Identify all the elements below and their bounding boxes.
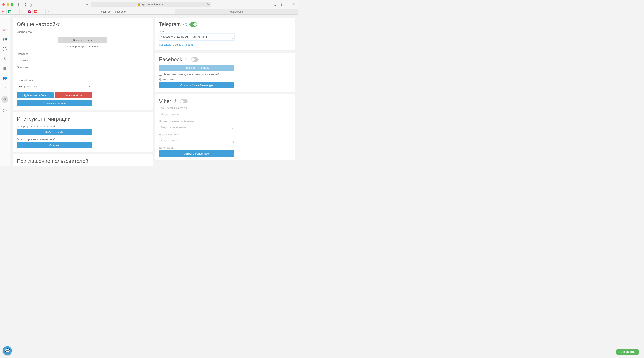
reload-icon[interactable]: ↻ (207, 3, 209, 6)
viber-token-label: Токен паблик-аккаунта (159, 106, 291, 110)
back-icon[interactable]: ← (3, 18, 7, 22)
resize-handle-icon[interactable] (232, 128, 234, 130)
privacy-shield-icon[interactable]: ⛭ (86, 3, 88, 6)
telegram-help-icon[interactable]: ? (183, 23, 187, 26)
lock-icon: 🔒 (138, 3, 140, 6)
resize-handle-icon[interactable] (232, 38, 234, 40)
back-button[interactable]: ❮ (24, 2, 27, 7)
telegram-token-input[interactable] (159, 34, 234, 40)
advanced-mode-label: Режим настроек для опытных пользователей (163, 73, 219, 76)
bookmark-app2[interactable]: A (26, 9, 32, 15)
open-messenger-button[interactable]: Открыть бота в Messenger (159, 82, 234, 88)
bookmark-sheets[interactable]: ▦ (6, 9, 13, 15)
timezone-label: Часовой пояс (17, 79, 149, 82)
close-window-button[interactable] (2, 3, 5, 6)
payments-icon[interactable]: $ (3, 57, 7, 61)
settings-icon[interactable]: ⚙ (2, 96, 8, 103)
tab-active[interactable]: Новый бот — Настройки (52, 9, 175, 15)
app-sidebar: ← 📈 📢 💬 $ ▣ 👥 ? ⚙ ⓘ (0, 15, 10, 166)
viber-token-input[interactable] (159, 111, 234, 117)
timezone-select[interactable]: Europe/Moscow ▾ (17, 83, 92, 90)
general-title: Общие настройки (17, 21, 149, 28)
forward-button[interactable]: ❯ (30, 2, 32, 7)
bookmark-app3[interactable]: › (46, 9, 52, 15)
sidebar-toggle-icon[interactable] (17, 3, 21, 6)
bookmark-app1[interactable]: ● (13, 9, 20, 15)
telegram-token-label: Токен (159, 30, 291, 33)
window-controls (2, 3, 13, 6)
main-content: Общие настройки Иконка бота Выберите фай… (10, 15, 298, 166)
bookmark-mail[interactable]: ✉ (32, 9, 39, 15)
migration-card: Инструмент миграции Импортировать пользо… (13, 112, 152, 152)
facebook-demo-label: Демо-режим (159, 78, 291, 81)
general-settings-card: Общие настройки Иконка бота Выберите фай… (13, 18, 152, 110)
url-text: app.botmother.com (142, 3, 164, 6)
broadcast-icon[interactable]: 📢 (3, 37, 7, 41)
viber-toggle[interactable] (180, 99, 188, 103)
analytics-icon[interactable]: 📈 (3, 27, 7, 31)
downloads-icon[interactable]: ⤓ (274, 3, 276, 6)
left-column: Общие настройки Иконка бота Выберите фай… (13, 18, 152, 166)
browser-toolbar: ❮ ❯ ⛭ 🔒 app.botmother.com ⤢ ↻ ⤓ ⇧ + ⧉ (0, 0, 298, 9)
bookmark-google[interactable]: G (39, 9, 46, 15)
duplicate-bot-button[interactable]: Дублировать бота (17, 92, 54, 98)
tab-inactive[interactable]: Код Дурова (175, 9, 298, 15)
import-users-label: Импортировать пользователей (17, 125, 149, 128)
open-viber-button[interactable]: Открыть бота в Viber (159, 150, 234, 157)
viber-greeting-label: Приветственное сообщение (159, 120, 291, 123)
export-download-button[interactable]: Скачать (17, 142, 92, 148)
screens-icon[interactable]: ▣ (3, 67, 7, 71)
name-input[interactable] (17, 57, 149, 63)
name-label: Название (17, 52, 149, 56)
browser-tabs: Новый бот — Настройки Код Дурова (52, 9, 298, 15)
delete-bot-button[interactable]: Удалить бота (55, 92, 92, 98)
choose-file-button[interactable]: Выберите файл (58, 37, 107, 43)
drag-hint-text: или перетащите его сюда (19, 45, 147, 48)
tabs-overview-icon[interactable]: ⧉ (293, 3, 295, 6)
viber-help-icon[interactable]: ? (174, 100, 178, 103)
browser-actions: ⤓ ⇧ + ⧉ (274, 3, 295, 6)
telegram-toggle[interactable] (190, 23, 197, 27)
import-file-button[interactable]: Выбрать файл (17, 129, 92, 135)
file-drop-zone[interactable]: Выберите файл или перетащите его сюда (17, 35, 149, 50)
facebook-help-icon[interactable]: ? (185, 58, 188, 61)
hide-all-screens-button[interactable]: Скрыть все экраны (17, 100, 92, 106)
facebook-card: Facebook ? Привязать страницу Режим наст… (156, 53, 295, 92)
viber-card: Viber ? Токен паблик-аккаунта Приветстве… (156, 94, 295, 160)
viber-greeting-input[interactable] (159, 124, 234, 131)
export-users-label: Экспортировать пользователей (17, 138, 149, 141)
viber-button-label: Надпись на кнопке (159, 133, 291, 136)
resize-handle-icon[interactable] (232, 115, 234, 117)
bind-page-button[interactable]: Привязать страницу (159, 65, 234, 71)
bookmark-drive[interactable]: ▲ (20, 9, 26, 15)
telegram-card: Telegram ? Токен Как сделать меню в Tele… (156, 18, 295, 50)
facebook-toggle[interactable] (191, 58, 198, 62)
chat-icon[interactable]: 💬 (3, 47, 7, 51)
resize-handle-icon[interactable] (232, 141, 234, 143)
viber-title: Viber (159, 98, 171, 104)
translate-icon[interactable]: ⤢ (203, 3, 205, 6)
migration-title: Инструмент миграции (17, 116, 149, 122)
help-icon[interactable]: ? (3, 86, 7, 90)
minimize-window-button[interactable] (6, 3, 9, 6)
share-icon[interactable]: ⇧ (280, 3, 283, 6)
invite-card: Приглашение пользователей (13, 154, 152, 166)
description-label: Описание (17, 66, 149, 69)
bookmarks-and-tabs: M ▦ ● ▲ A ✉ G › Новый бот — Настройки Ко… (0, 9, 298, 15)
invite-title: Приглашение пользователей (17, 158, 149, 164)
description-input[interactable] (17, 70, 149, 77)
new-tab-icon[interactable]: + (287, 3, 289, 6)
maximize-window-button[interactable] (10, 3, 13, 6)
right-column: Telegram ? Токен Как сделать меню в Tele… (156, 18, 295, 166)
bookmark-gmail[interactable]: M (0, 9, 6, 15)
bookmarks-bar: M ▦ ● ▲ A ✉ G › (0, 9, 52, 15)
facebook-title: Facebook (159, 56, 182, 63)
info-icon[interactable]: ⓘ (3, 109, 7, 113)
navigation-arrows: ❮ ❯ (24, 2, 32, 7)
users-icon[interactable]: 👥 (3, 76, 7, 80)
viber-button-text-input[interactable] (159, 137, 234, 144)
advanced-mode-checkbox[interactable] (159, 73, 162, 76)
telegram-menu-link[interactable]: Как сделать меню в Telegram (159, 43, 195, 47)
address-bar[interactable]: 🔒 app.botmother.com ⤢ ↻ (91, 2, 211, 7)
viber-demo-label: Демо-режим (159, 146, 291, 149)
